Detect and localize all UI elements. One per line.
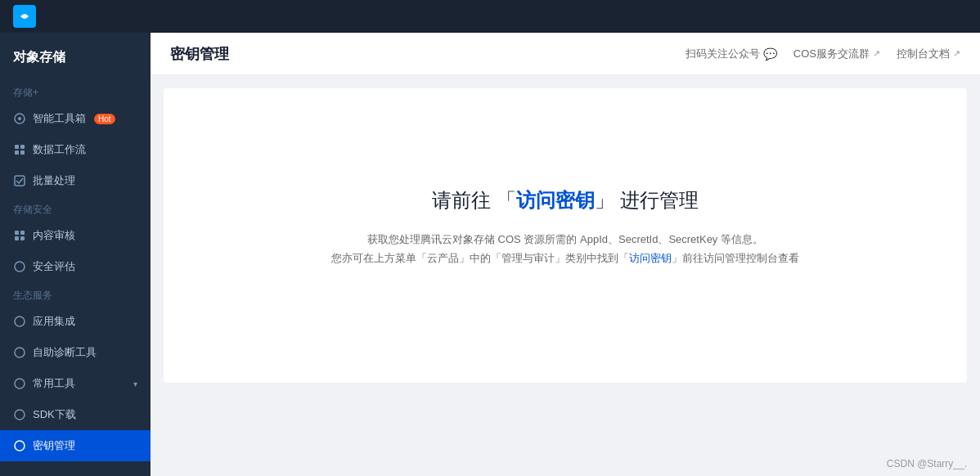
sidebar-item-app-integration[interactable]: 应用集成 bbox=[0, 306, 151, 337]
main-content: 请前往 「访问密钥」 进行管理 获取您处理腾讯云对象存储 COS 资源所需的 A… bbox=[151, 75, 980, 451]
svg-point-14 bbox=[15, 348, 25, 357]
sidebar-item-label: 数据工作流 bbox=[33, 142, 86, 157]
footer-text: CSDN @Starry__. bbox=[887, 458, 967, 469]
svg-rect-9 bbox=[20, 231, 25, 235]
sidebar-item-content-review[interactable]: 内容审核 bbox=[0, 220, 151, 251]
circle2-icon bbox=[13, 260, 26, 273]
sidebar-item-label: 密钥管理 bbox=[33, 438, 75, 453]
sidebar-item-label: 内容审核 bbox=[33, 228, 75, 243]
sidebar-item-label: SDK下载 bbox=[33, 407, 76, 422]
svg-rect-3 bbox=[15, 145, 19, 149]
access-key-link[interactable]: 访问密钥 bbox=[516, 189, 595, 211]
sidebar-title: 对象存储 bbox=[0, 39, 151, 79]
grid2-icon bbox=[13, 229, 26, 242]
desc-line1: 获取您处理腾讯云对象存储 COS 资源所需的 AppId、SecretId、Se… bbox=[331, 230, 799, 249]
cos-group-label: COS服务交流群 bbox=[793, 47, 870, 61]
circle3-icon bbox=[13, 315, 26, 328]
sidebar-item-key-management[interactable]: 密钥管理 bbox=[0, 430, 151, 461]
sidebar-item-label: 常用工具 bbox=[33, 376, 75, 391]
sidebar-item-label: 自助诊断工具 bbox=[33, 345, 97, 360]
footer: CSDN @Starry__. bbox=[151, 451, 980, 476]
chevron-down-icon: ▾ bbox=[133, 379, 137, 388]
section-label-storage-security: 存储安全 bbox=[0, 196, 151, 220]
content-area: 密钥管理 扫码关注公众号 💬 COS服务交流群 ↗ 控制台文档 ↗ bbox=[151, 33, 980, 476]
sidebar-item-label: 应用集成 bbox=[33, 314, 75, 329]
access-key-link2[interactable]: 访问密钥 bbox=[629, 252, 672, 264]
header-bar: 密钥管理 扫码关注公众号 💬 COS服务交流群 ↗ 控制台文档 ↗ bbox=[151, 33, 980, 75]
header-actions: 扫码关注公众号 💬 COS服务交流群 ↗ 控制台文档 ↗ bbox=[686, 47, 960, 61]
sidebar-item-security-eval[interactable]: 安全评估 bbox=[0, 251, 151, 282]
sidebar-item-batch-processing[interactable]: 批量处理 bbox=[0, 165, 151, 196]
title-suffix: 」 进行管理 bbox=[595, 189, 699, 211]
logo-icon bbox=[13, 5, 36, 28]
svg-point-2 bbox=[18, 117, 21, 120]
console-doc-link[interactable]: 控制台文档 ↗ bbox=[897, 47, 960, 61]
main-layout: 对象存储 存储+ 智能工具箱 Hot 数据工作流 批量处理 存储安全 bbox=[0, 33, 980, 476]
external-link-icon: ↗ bbox=[873, 48, 880, 59]
scan-qr-label: 扫码关注公众号 bbox=[686, 47, 760, 61]
svg-point-13 bbox=[15, 317, 25, 326]
console-doc-label: 控制台文档 bbox=[897, 47, 950, 61]
content-card: 请前往 「访问密钥」 进行管理 获取您处理腾讯云对象存储 COS 资源所需的 A… bbox=[164, 88, 967, 383]
qr-icon: 💬 bbox=[763, 47, 777, 61]
svg-point-16 bbox=[15, 410, 25, 420]
sidebar-item-label: 批量处理 bbox=[33, 173, 75, 188]
svg-point-12 bbox=[15, 262, 25, 272]
title-prefix: 请前往 「 bbox=[432, 189, 516, 211]
sidebar-item-smart-toolbox[interactable]: 智能工具箱 Hot bbox=[0, 103, 151, 134]
main-card-title: 请前往 「访问密钥」 进行管理 bbox=[432, 187, 698, 213]
svg-rect-10 bbox=[15, 236, 19, 240]
card-description: 获取您处理腾讯云对象存储 COS 资源所需的 AppId、SecretId、Se… bbox=[331, 230, 799, 268]
svg-point-17 bbox=[15, 441, 25, 451]
sidebar-item-common-tools[interactable]: 常用工具 ▾ bbox=[0, 368, 151, 399]
svg-point-15 bbox=[15, 379, 25, 388]
topbar bbox=[0, 0, 980, 33]
external-link-icon2: ↗ bbox=[953, 48, 960, 59]
svg-rect-11 bbox=[20, 236, 25, 240]
sidebar-item-self-diagnose[interactable]: 自助诊断工具 bbox=[0, 337, 151, 368]
check-icon bbox=[13, 174, 26, 187]
svg-rect-5 bbox=[15, 150, 19, 155]
sidebar-item-sdk-download[interactable]: SDK下载 bbox=[0, 399, 151, 430]
section-label-ecosystem: 生态服务 bbox=[0, 282, 151, 306]
sidebar-item-label: 安全评估 bbox=[33, 259, 75, 274]
scan-qr-link[interactable]: 扫码关注公众号 💬 bbox=[686, 47, 777, 61]
desc-line2: 您亦可在上方菜单「云产品」中的「管理与审计」类别中找到「访问密钥」前往访问管理控… bbox=[331, 249, 799, 267]
sidebar-item-data-workflow[interactable]: 数据工作流 bbox=[0, 134, 151, 165]
sidebar-item-label: 智能工具箱 bbox=[33, 111, 86, 126]
svg-rect-8 bbox=[15, 231, 19, 235]
section-label-storage-plus: 存储+ bbox=[0, 79, 151, 103]
circle5-icon bbox=[13, 377, 26, 390]
desc-line2-suffix: 」前往访问管理控制台查看 bbox=[672, 252, 799, 264]
svg-rect-6 bbox=[20, 150, 25, 155]
svg-rect-7 bbox=[15, 176, 25, 186]
cos-group-link[interactable]: COS服务交流群 ↗ bbox=[793, 47, 880, 61]
svg-rect-4 bbox=[20, 145, 25, 149]
hot-badge: Hot bbox=[94, 114, 115, 124]
circle-icon bbox=[13, 112, 26, 125]
grid-icon bbox=[13, 143, 26, 156]
circle6-icon bbox=[13, 408, 26, 421]
circle7-icon bbox=[13, 439, 26, 452]
desc-line2-prefix: 您亦可在上方菜单「云产品」中的「管理与审计」类别中找到「 bbox=[331, 252, 629, 264]
page-title: 密钥管理 bbox=[170, 44, 686, 64]
circle4-icon bbox=[13, 346, 26, 359]
sidebar: 对象存储 存储+ 智能工具箱 Hot 数据工作流 批量处理 存储安全 bbox=[0, 33, 151, 476]
logo bbox=[13, 5, 36, 28]
